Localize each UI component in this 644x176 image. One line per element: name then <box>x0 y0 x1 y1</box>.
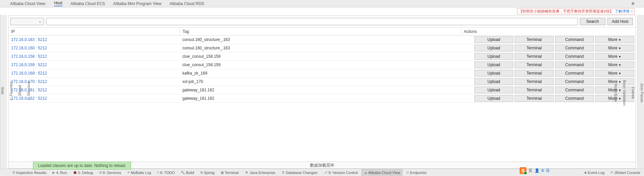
left-tool-rail: Web2: FavoritesJRebel7: Structure <box>0 15 7 169</box>
banner-row: 【软萌音小姐姐喊你直播，手把手教你开发部署提速8倍】 了解详情 × <box>0 7 644 15</box>
table-header-row: IP Tag Actions <box>8 28 636 36</box>
more-button[interactable]: More <box>595 70 634 77</box>
terminal-button[interactable]: Terminal <box>515 87 554 93</box>
rail-item[interactable]: Codota <box>631 87 635 98</box>
terminal-button[interactable]: Terminal <box>515 70 554 77</box>
command-button[interactable]: Command <box>555 95 594 102</box>
command-button[interactable]: Command <box>555 53 594 60</box>
bottom-bar-item[interactable]: ≡6: TODO <box>155 169 177 176</box>
bottom-bar-item[interactable]: ⎇9: Version Control <box>321 169 360 176</box>
command-button[interactable]: Command <box>555 87 594 93</box>
command-button[interactable]: Command <box>555 45 594 51</box>
upload-button[interactable]: Upload <box>474 95 513 102</box>
bottom-bar-item[interactable]: 🛢Database Changes <box>279 169 320 176</box>
bottom-bar-item[interactable]: 🐞5: Debug <box>71 169 95 176</box>
bottom-bar-item[interactable]: ☁Alibaba Cloud View <box>361 169 402 176</box>
tool-icon: ☁ <box>364 171 367 174</box>
ip-link[interactable]: 172.16.0.158 : 5212 <box>11 54 47 59</box>
top-tab[interactable]: Alibaba Cloud RDS <box>169 1 204 6</box>
upload-button[interactable]: Upload <box>474 53 513 60</box>
more-button[interactable]: More <box>595 45 634 51</box>
search-input[interactable] <box>46 18 578 25</box>
ip-link[interactable]: 172.16.0.159 : 5212 <box>11 62 47 67</box>
terminal-button[interactable]: Terminal <box>515 95 554 102</box>
bottom-bar-item[interactable]: 🔨Build <box>178 169 196 176</box>
rail-item[interactable]: Word Book <box>614 84 618 102</box>
tool-icon: ≡ <box>157 171 159 174</box>
command-button[interactable]: Command <box>555 70 594 77</box>
bottom-bar-item[interactable]: ✿Spring <box>198 169 217 176</box>
ip-link[interactable]: 172.16.0.169 : 5212 <box>11 71 47 76</box>
table-row: 172.16.0.161 : 5212gateway_161.162Upload… <box>8 86 636 94</box>
tool-icon: ⎇ <box>324 171 328 174</box>
upload-button[interactable]: Upload <box>474 87 513 93</box>
top-tab[interactable]: Alibaba Mini Program View <box>113 1 162 6</box>
bottom-bar-item[interactable]: ⊙Endpoints <box>404 169 429 176</box>
terminal-button[interactable]: Terminal <box>515 61 554 68</box>
bottom-bar-item[interactable]: ◆Event Log <box>582 169 607 176</box>
rail-item[interactable]: JRebel <box>18 85 22 96</box>
tool-icon: ▣ <box>221 171 224 174</box>
bottom-bar-item[interactable]: ⟳JRebel Console <box>608 169 643 176</box>
upload-button[interactable]: Upload <box>474 45 513 51</box>
tool-icon: ✦ <box>127 171 130 174</box>
ime-icon[interactable]: 👤 <box>534 168 540 173</box>
more-button[interactable]: More <box>595 36 634 43</box>
host-table-wrap: IP Tag Actions 172.16.0.163 : 5212consul… <box>8 27 636 162</box>
upload-button[interactable]: Upload <box>474 70 513 77</box>
top-tab-bar: Alibaba Cloud View:HostAlibaba Cloud ECS… <box>0 0 644 7</box>
bottom-bar-item[interactable]: ☕Java Enterprise <box>242 169 277 176</box>
promo-banner: 【软萌音小姐姐喊你直播，手把手教你开发部署提速8倍】 了解详情 × <box>517 8 635 14</box>
command-button[interactable]: Command <box>555 61 594 68</box>
rail-item[interactable]: 7: Structure <box>27 81 31 100</box>
ip-link[interactable]: 172.16.0.160 : 5212 <box>11 46 47 50</box>
add-host-button[interactable]: Add Host <box>607 18 633 25</box>
bottom-bar-item[interactable]: ✦MyBatis Log <box>125 169 154 176</box>
ime-icon[interactable]: ⛓ <box>546 168 550 173</box>
top-tab[interactable]: Alibaba Cloud View: <box>10 1 46 6</box>
rail-item[interactable]: Bean Validation <box>622 80 627 105</box>
host-panel: Search Add Host IP Tag Actions 172.16.0.… <box>8 15 636 169</box>
upload-button[interactable]: Upload <box>474 36 513 43</box>
more-button[interactable]: More <box>595 61 634 68</box>
bottom-bar-item[interactable]: ≣Inspection Results <box>10 169 49 176</box>
col-ip-header[interactable]: IP <box>8 28 180 36</box>
tag-cell: clue_consul_158.159 <box>180 61 461 69</box>
bottom-bar-item[interactable]: ▣Terminal <box>218 169 241 176</box>
col-actions-header[interactable]: Actions <box>461 28 636 36</box>
search-button[interactable]: Search <box>580 18 605 25</box>
ime-extra-icons: 👤⚙⛓ <box>534 168 550 173</box>
command-button[interactable]: Command <box>555 78 594 85</box>
rail-item[interactable]: 2: Favorites <box>9 81 13 100</box>
terminal-button[interactable]: Terminal <box>515 36 554 43</box>
upload-button[interactable]: Upload <box>474 61 513 68</box>
bottom-bar-item[interactable]: ⊞8: Services <box>97 169 123 176</box>
tag-cell: xxl-job_170 <box>180 78 461 86</box>
terminal-button[interactable]: Terminal <box>515 78 554 85</box>
ime-lang[interactable]: 英 <box>528 168 532 174</box>
tool-icon: 🛢 <box>282 171 285 174</box>
rail-item[interactable]: Web <box>0 87 4 94</box>
gear-icon[interactable]: ✲ <box>631 1 635 6</box>
close-icon[interactable]: × <box>631 9 633 13</box>
upload-button[interactable]: Upload <box>474 78 513 85</box>
banner-link[interactable]: 了解详情 <box>615 9 630 14</box>
bottom-bar-item[interactable]: ▶4: Run <box>50 169 69 176</box>
ip-link[interactable]: 172.16.0.163 : 5212 <box>11 37 47 42</box>
tool-icon: ⊙ <box>406 171 409 174</box>
top-tab[interactable]: Alibaba Cloud ECS <box>71 1 105 6</box>
ime-badge-icon[interactable]: S <box>520 167 526 174</box>
more-button[interactable]: More <box>595 53 634 60</box>
terminal-button[interactable]: Terminal <box>515 45 554 51</box>
command-button[interactable]: Command <box>555 36 594 43</box>
top-tab[interactable]: Host <box>54 1 62 6</box>
tag-cell: clue_consul_158.159 <box>180 52 461 61</box>
rail-item[interactable]: Json Parser <box>640 83 644 103</box>
filter-combo[interactable] <box>10 18 44 25</box>
terminal-button[interactable]: Terminal <box>515 53 554 60</box>
col-tag-header[interactable]: Tag <box>180 28 461 36</box>
tag-cell: gateway_161.162 <box>180 94 461 103</box>
tool-icon: 🔨 <box>181 171 185 174</box>
ime-icon[interactable]: ⚙ <box>541 168 545 173</box>
tool-icon: ☕ <box>245 171 249 174</box>
